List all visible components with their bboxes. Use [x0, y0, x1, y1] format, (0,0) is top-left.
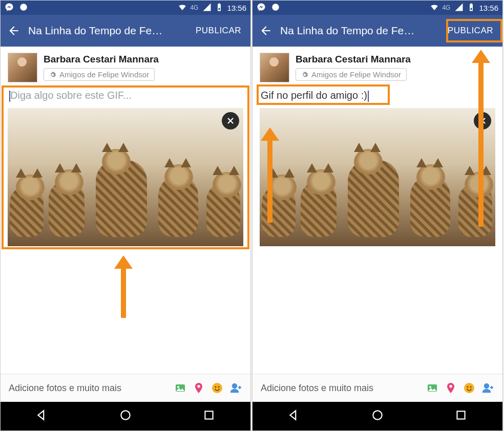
post-author-row: Barbara Cestari Mannara Amigos de Felipe…	[253, 47, 502, 85]
gear-icon	[301, 71, 308, 78]
compose-app-bar: Na Linha do Tempo de Fe… PUBLICAR	[253, 15, 502, 47]
svg-point-2	[177, 386, 179, 388]
emoji-icon[interactable]	[211, 381, 224, 395]
audience-selector[interactable]: Amigos de Felipe Windsor	[296, 68, 407, 81]
compose-app-bar: Na Linha do Tempo de Fe… PUBLICAR	[1, 15, 250, 47]
network-type-label: 4G	[442, 4, 450, 11]
attachment-bar[interactable]: Adicione fotos e muito mais	[1, 374, 250, 402]
compose-placeholder-text: Diga algo sobre este GIF...	[10, 90, 132, 101]
author-avatar[interactable]	[260, 53, 289, 82]
network-type-label: 4G	[190, 4, 198, 11]
gif-cat-illustration	[410, 176, 450, 237]
publish-button[interactable]: PUBLICAR	[191, 21, 246, 40]
svg-point-13	[470, 386, 472, 388]
close-icon	[226, 116, 235, 125]
svg-point-0	[20, 4, 27, 11]
svg-rect-15	[457, 411, 465, 419]
compose-area: Diga algo sobre este GIF...	[1, 85, 250, 251]
compose-text-input[interactable]: Diga algo sobre este GIF...	[8, 87, 243, 105]
nav-back-button[interactable]	[287, 408, 301, 424]
compose-text-value: Gif no perfil do amigo :)	[261, 90, 367, 101]
gif-cat-illustration	[49, 181, 85, 237]
tag-person-icon[interactable]	[229, 381, 242, 395]
messenger-icon	[5, 3, 14, 13]
post-author-row: Barbara Cestari Mannara Amigos de Felipe…	[1, 47, 250, 85]
svg-point-3	[212, 383, 222, 393]
phone-screen-right: 4G 13:56 Na Linha do Tempo de Fe… PUBLIC…	[252, 0, 503, 431]
gif-cat-illustration	[301, 181, 337, 237]
audience-label: Amigos de Felipe Windsor	[311, 70, 401, 79]
nav-back-button[interactable]	[35, 408, 49, 424]
nav-home-button[interactable]	[119, 408, 132, 424]
android-nav-bar	[1, 402, 250, 430]
compose-title: Na Linha do Tempo de Fe…	[280, 25, 443, 37]
gif-cat-illustration	[96, 160, 147, 237]
audience-selector[interactable]: Amigos de Felipe Windsor	[44, 68, 155, 81]
author-name: Barbara Cestari Mannara	[296, 54, 411, 65]
gif-cat-illustration	[348, 160, 399, 237]
gif-cat-illustration	[458, 183, 492, 237]
messenger-icon	[257, 3, 266, 13]
svg-point-10	[429, 386, 431, 388]
gear-icon	[49, 71, 56, 78]
svg-point-12	[467, 386, 469, 388]
nav-home-button[interactable]	[371, 408, 384, 424]
close-icon	[478, 116, 487, 125]
gif-cat-illustration	[206, 183, 240, 237]
svg-point-6	[121, 411, 130, 419]
android-status-bar: 4G 13:56	[1, 1, 250, 15]
publish-button[interactable]: PUBLICAR	[443, 21, 498, 40]
gif-attachment-preview[interactable]	[8, 108, 243, 246]
wifi-icon	[178, 3, 187, 13]
author-avatar[interactable]	[8, 53, 37, 82]
facebook-notification-icon	[19, 3, 28, 13]
facebook-notification-icon	[271, 3, 280, 13]
compose-title: Na Linha do Tempo de Fe…	[28, 25, 191, 37]
svg-point-5	[218, 386, 220, 388]
svg-point-11	[464, 383, 474, 393]
wifi-icon	[430, 3, 439, 13]
svg-point-14	[373, 411, 382, 419]
back-button[interactable]	[5, 21, 23, 40]
remove-attachment-button[interactable]	[222, 112, 239, 130]
back-button[interactable]	[257, 21, 275, 40]
signal-icon	[454, 3, 464, 13]
remove-attachment-button[interactable]	[474, 112, 491, 130]
photo-icon[interactable]	[426, 381, 439, 395]
emoji-icon[interactable]	[463, 381, 476, 395]
tag-person-icon[interactable]	[481, 381, 494, 395]
compose-text-input[interactable]: Gif no perfil do amigo :)	[260, 87, 495, 105]
svg-point-8	[272, 4, 279, 11]
photo-icon[interactable]	[174, 381, 187, 395]
attachment-bar[interactable]: Adicione fotos e muito mais	[253, 374, 502, 402]
signal-icon	[202, 3, 212, 13]
nav-recent-button[interactable]	[454, 408, 468, 424]
compose-area: Gif no perfil do amigo :)	[253, 85, 502, 251]
location-icon[interactable]	[444, 381, 457, 395]
gif-cat-illustration	[10, 186, 44, 237]
android-nav-bar	[253, 402, 502, 430]
svg-rect-7	[205, 411, 213, 419]
battery-icon	[215, 3, 224, 13]
android-status-bar: 4G 13:56	[253, 1, 502, 15]
clock-label: 13:56	[479, 4, 498, 12]
attachment-bar-label: Adicione fotos e muito mais	[9, 383, 169, 394]
attachment-bar-label: Adicione fotos e muito mais	[261, 383, 421, 394]
location-icon[interactable]	[192, 381, 205, 395]
gif-cat-illustration	[158, 176, 198, 237]
text-cursor	[368, 91, 369, 102]
gif-cat-illustration	[262, 186, 296, 237]
battery-icon	[467, 3, 476, 13]
clock-label: 13:56	[227, 4, 246, 12]
nav-recent-button[interactable]	[202, 408, 216, 424]
phone-screen-left: 4G 13:56 Na Linha do Tempo de Fe… PUBLIC…	[0, 0, 251, 431]
gif-attachment-preview[interactable]	[260, 108, 495, 246]
author-name: Barbara Cestari Mannara	[44, 54, 159, 65]
audience-label: Amigos de Felipe Windsor	[59, 70, 149, 79]
svg-point-4	[215, 386, 217, 388]
